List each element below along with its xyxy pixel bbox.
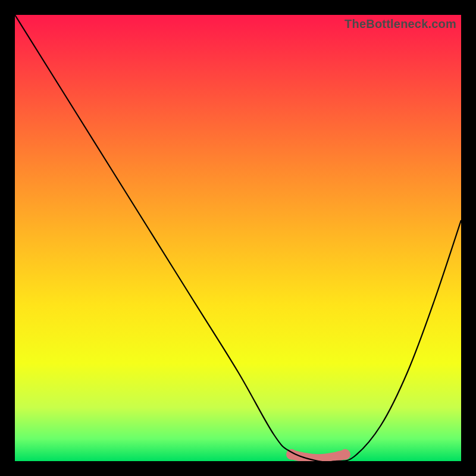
watermark-label: TheBottleneck.com [345,17,456,31]
plot-area: TheBottleneck.com [15,15,461,461]
optimal-band-end-dot [340,449,350,460]
chart-container: TheBottleneck.com [0,0,476,476]
chart-svg [15,15,461,461]
bottleneck-curve [15,15,461,461]
